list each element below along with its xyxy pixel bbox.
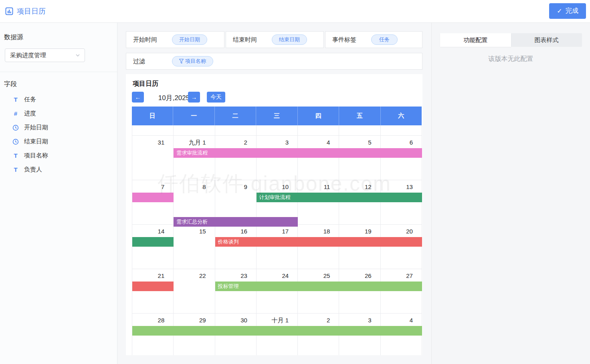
field-item-label: 进度 xyxy=(24,110,36,117)
calendar-cell[interactable] xyxy=(298,125,339,136)
calendar-cell[interactable]: 22 xyxy=(174,269,215,314)
top-header-bar: 项目日历 ✓ 完成 xyxy=(0,0,590,23)
calendar-partial-row xyxy=(132,125,422,136)
text-field-icon: T xyxy=(12,96,19,103)
field-item-进度[interactable]: #进度 xyxy=(0,107,117,121)
calendar-cell[interactable] xyxy=(381,125,422,136)
calendar-cell[interactable]: 31 xyxy=(132,136,174,180)
calendar-cell[interactable]: 14 xyxy=(132,225,174,269)
config-panel: 功能配置图表样式 该版本无此配置 xyxy=(431,23,590,364)
datasource-label: 数据源 xyxy=(4,33,117,42)
event-bar-continuation[interactable] xyxy=(132,237,174,247)
calendar-cell[interactable]: 13 xyxy=(381,180,422,225)
tab-图表样式[interactable]: 图表样式 xyxy=(511,33,582,47)
calendar-cell[interactable]: 26 xyxy=(339,269,380,314)
fields-section-label: 字段 xyxy=(4,80,117,88)
field-item-项目名称[interactable]: T项目名称 xyxy=(0,149,117,163)
end-time-label: 结束时间 xyxy=(233,36,272,44)
calendar-cell[interactable]: 12 xyxy=(339,180,380,225)
weekday-cell: 二 xyxy=(215,107,256,125)
calendar-cell[interactable] xyxy=(132,125,174,136)
calendar-cell[interactable]: 4 xyxy=(298,136,339,180)
field-item-label: 项目名称 xyxy=(24,152,48,159)
sidebar-divider xyxy=(0,72,117,72)
event-bar-continuation[interactable] xyxy=(132,326,422,336)
funnel-icon xyxy=(179,59,184,64)
calendar-cell[interactable]: 九月 1 xyxy=(174,136,215,180)
calendar-cell[interactable]: 16 xyxy=(215,225,257,269)
end-date-field-pill[interactable]: 结束日期 xyxy=(272,34,307,45)
chevron-down-icon xyxy=(75,52,81,58)
prev-month-button[interactable]: ← xyxy=(132,92,144,103)
today-button-label: 今天 xyxy=(210,94,222,101)
weekday-cell: 六 xyxy=(381,107,422,125)
done-button-label: 完成 xyxy=(566,7,578,15)
event-tag-label: 事件标签 xyxy=(332,36,371,44)
calendar-cell[interactable] xyxy=(174,125,215,136)
date-field-icon xyxy=(12,125,19,131)
weekday-cell: 五 xyxy=(339,107,380,125)
event-bar-需求审批流程[interactable]: 需求审批流程 xyxy=(174,148,422,158)
calendar-cell[interactable] xyxy=(339,125,380,136)
next-month-button[interactable]: → xyxy=(188,92,200,103)
calendar-cell[interactable]: 23 xyxy=(215,269,257,314)
calendar-cell[interactable]: 2 xyxy=(215,136,257,180)
datasource-select[interactable]: 采购进度管理 xyxy=(5,48,85,62)
calendar-cell[interactable]: 27 xyxy=(381,269,422,314)
check-icon: ✓ xyxy=(557,7,562,15)
field-item-label: 结束日期 xyxy=(24,138,48,145)
calendar-cell[interactable]: 24 xyxy=(257,269,298,314)
project-name-pill-label: 项目名称 xyxy=(185,58,206,65)
tab-功能配置[interactable]: 功能配置 xyxy=(440,33,511,47)
field-item-结束日期[interactable]: 结束日期 xyxy=(0,135,117,149)
calendar-grid: 31九月 12345678910111213141516171819202122… xyxy=(132,125,422,355)
weekday-cell: 三 xyxy=(256,107,297,125)
filter-row: 过滤 项目名称 xyxy=(126,53,422,70)
empty-config-text: 该版本无此配置 xyxy=(432,55,590,63)
calendar-cell[interactable]: 6 xyxy=(381,136,422,180)
start-date-pill-label: 开始日期 xyxy=(179,36,200,43)
today-button[interactable]: 今天 xyxy=(207,92,225,103)
calendar-cell[interactable]: 5 xyxy=(339,136,380,180)
filter-label: 过滤 xyxy=(133,58,172,65)
calendar-cell[interactable] xyxy=(215,125,257,136)
config-tabbar: 功能配置图表样式 xyxy=(440,33,582,47)
calendar-cell[interactable]: 3 xyxy=(257,136,298,180)
calendar-cell[interactable]: 18 xyxy=(298,225,339,269)
calendar-cell[interactable]: 21 xyxy=(132,269,174,314)
done-button[interactable]: ✓ 完成 xyxy=(549,3,586,19)
event-bar-需求汇总分析[interactable]: 需求汇总分析 xyxy=(174,217,298,227)
page: 项目日历 ✓ 完成 数据源 采购进度管理 字段 T任务#进度开始日期结束日期T项… xyxy=(0,0,590,364)
project-name-filter-pill[interactable]: 项目名称 xyxy=(172,56,213,66)
event-bar-continuation[interactable] xyxy=(132,193,174,202)
calendar-cell[interactable]: 25 xyxy=(298,269,339,314)
calendar-cell[interactable]: 17 xyxy=(257,225,298,269)
field-item-label: 任务 xyxy=(24,96,36,103)
calendar-week-row: 14151617181920 xyxy=(132,225,422,269)
event-bar-continuation[interactable] xyxy=(132,282,174,291)
task-field-pill[interactable]: 任务 xyxy=(371,34,398,45)
calendar-card: 项目日历 ← 10月,2025 → 今天 日一二三四五六 31九月 123456… xyxy=(126,74,422,355)
event-bar-价格谈判[interactable]: 价格谈判 xyxy=(215,237,422,247)
page-title: 项目日历 xyxy=(17,6,46,16)
calendar-cell[interactable]: 20 xyxy=(381,225,422,269)
left-arrow-icon: ← xyxy=(135,94,141,101)
calendar-cell[interactable]: 15 xyxy=(174,225,215,269)
event-bar-计划审批流程[interactable]: 计划审批流程 xyxy=(257,193,422,202)
calendar-cell[interactable]: 11 xyxy=(298,180,339,225)
field-list: T任务#进度开始日期结束日期T项目名称T负责人 xyxy=(0,93,117,177)
field-item-负责人[interactable]: T负责人 xyxy=(0,163,117,177)
calendar-cell[interactable]: 19 xyxy=(339,225,380,269)
calendar-chart-icon xyxy=(5,7,13,15)
calendar-cell[interactable]: 7 xyxy=(132,180,174,225)
end-time-filter: 结束时间 结束日期 xyxy=(226,31,324,48)
weekday-cell: 日 xyxy=(132,107,173,125)
start-date-field-pill[interactable]: 开始日期 xyxy=(172,34,207,45)
weekday-cell: 一 xyxy=(173,107,214,125)
event-bar-投标管理[interactable]: 投标管理 xyxy=(215,282,422,291)
calendar-week-row: 21222324252627 xyxy=(132,269,422,314)
start-time-filter: 开始时间 开始日期 xyxy=(126,31,224,48)
field-item-开始日期[interactable]: 开始日期 xyxy=(0,121,117,135)
calendar-cell[interactable] xyxy=(257,125,298,136)
field-item-任务[interactable]: T任务 xyxy=(0,93,117,107)
